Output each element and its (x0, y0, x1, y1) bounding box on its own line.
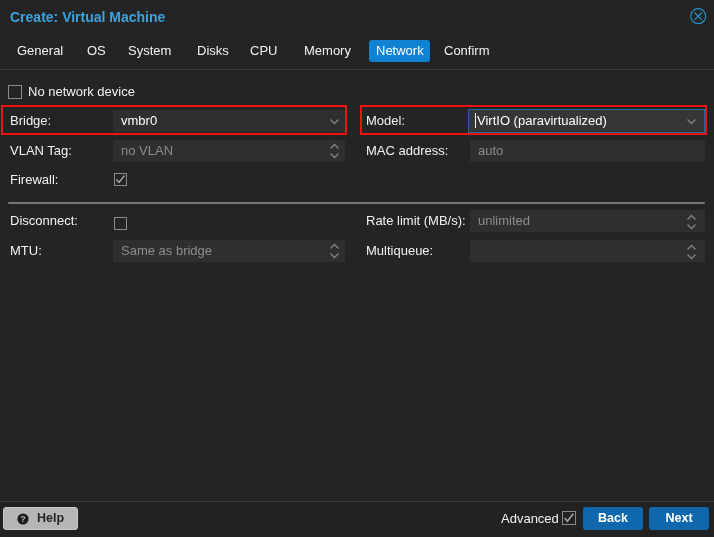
svg-text:?: ? (20, 514, 26, 524)
